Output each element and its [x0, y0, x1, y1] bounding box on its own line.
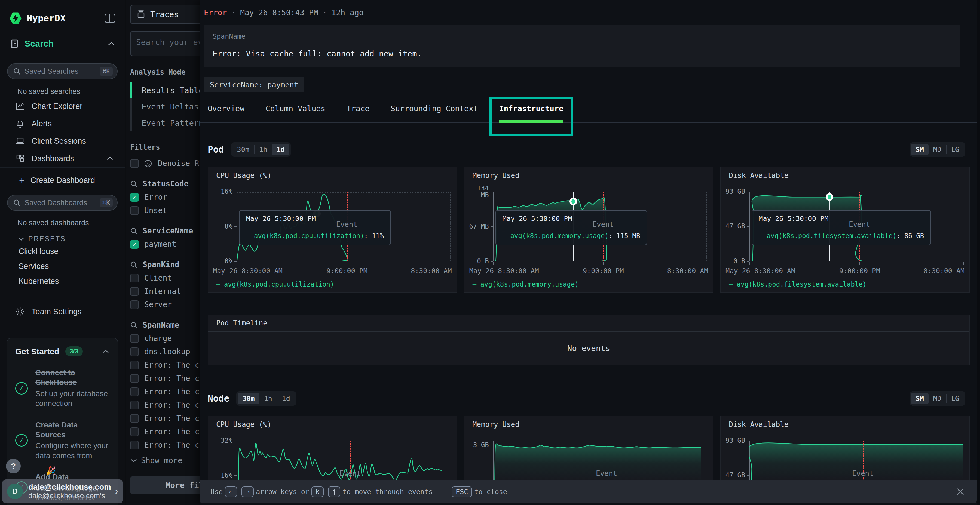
- close-icon[interactable]: [955, 486, 966, 497]
- tab-column-values[interactable]: Column Values: [266, 104, 325, 122]
- checkbox[interactable]: [130, 401, 139, 410]
- sidebar-item-client-sessions[interactable]: Client Sessions: [0, 132, 125, 150]
- sidebar-item-preset[interactable]: Services: [0, 259, 125, 274]
- sidebar-item-search[interactable]: Search: [0, 24, 125, 56]
- get-started-item-text: Create Data SourcesConfigure where your …: [35, 420, 110, 461]
- facet-value-label: dns.lookup: [144, 347, 190, 356]
- facet-value-row[interactable]: Error: The cr: [130, 440, 200, 449]
- pod-size-lg[interactable]: LG: [947, 144, 964, 156]
- sidebar-item-preset[interactable]: ClickHouse: [0, 244, 125, 259]
- checkbox[interactable]: [130, 206, 139, 215]
- get-started-item[interactable]: ✓Connect to ClickHouseSet up your databa…: [15, 368, 110, 409]
- facet-value-row[interactable]: Internal: [130, 287, 200, 296]
- analysis-mode-option[interactable]: Event Deltas: [132, 98, 200, 115]
- facet-value-label: Error: The cr: [144, 400, 200, 410]
- facet-value-row[interactable]: Error: The cr: [130, 427, 200, 436]
- pod-size-sm[interactable]: SM: [911, 144, 929, 156]
- arrow-left-key[interactable]: ←: [225, 486, 237, 497]
- chart-tooltip: May 26 5:30:00 PM— avg(k8s.pod.cpu.utili…: [239, 210, 391, 245]
- facet-value-row[interactable]: charge: [130, 334, 200, 343]
- tab-overview[interactable]: Overview: [208, 104, 245, 122]
- checkbox[interactable]: [130, 441, 139, 449]
- node-range-1d[interactable]: 1d: [277, 392, 295, 404]
- checkbox[interactable]: [130, 334, 139, 343]
- checkbox[interactable]: [130, 387, 139, 396]
- checkbox[interactable]: ✓: [130, 240, 139, 249]
- facet-value-row[interactable]: ✓Error: [130, 193, 200, 202]
- y-axis-labels: 3 GB1 GB: [468, 441, 490, 480]
- node-range-30m[interactable]: 30m: [238, 392, 259, 404]
- node-size-lg[interactable]: LG: [947, 392, 964, 404]
- checkbox[interactable]: [130, 274, 139, 283]
- chevron-up-icon[interactable]: [106, 156, 114, 160]
- checkbox[interactable]: [130, 348, 139, 356]
- facet-value-row[interactable]: Unset: [130, 206, 200, 215]
- source-select[interactable]: Traces: [130, 5, 200, 24]
- sidebar-item-team-settings[interactable]: Team Settings: [0, 303, 125, 320]
- event-search-input[interactable]: Search your ev: [130, 31, 200, 56]
- show-more-button[interactable]: Show more: [130, 456, 200, 465]
- node-size-sm[interactable]: SM: [911, 392, 929, 404]
- party-icon[interactable]: 🎉: [46, 466, 56, 475]
- denoise-label: Denoise Re: [158, 159, 200, 168]
- facet-value-row[interactable]: Error: The cr: [130, 400, 200, 410]
- facet-value-row[interactable]: Client: [130, 273, 200, 283]
- facet-value-row[interactable]: dns.lookup: [130, 347, 200, 356]
- y-tick-mark: [747, 192, 749, 192]
- facet-value-label: Unset: [144, 206, 167, 215]
- checkbox[interactable]: ✓: [130, 193, 139, 202]
- checkbox[interactable]: [130, 287, 139, 296]
- facet-value-row[interactable]: Error: The cr: [130, 414, 200, 423]
- denoise-toggle[interactable]: Denoise Re: [130, 159, 200, 168]
- saved-searches-input[interactable]: Saved Searches ⌘K: [7, 64, 118, 79]
- node-range-1h[interactable]: 1h: [259, 392, 277, 404]
- facet-value-row[interactable]: ✓payment: [130, 240, 200, 249]
- chevron-up-icon[interactable]: [107, 41, 115, 46]
- pod-range-1h[interactable]: 1h: [255, 144, 272, 156]
- checkbox[interactable]: [130, 361, 139, 370]
- arrow-right-key[interactable]: →: [242, 486, 254, 497]
- x-tick-label: 8:30:00 AM: [667, 267, 708, 275]
- checkbox[interactable]: [130, 159, 139, 168]
- service-name-chip[interactable]: ServiceName: payment: [204, 77, 304, 92]
- sidebar-item-dashboards[interactable]: Dashboards: [0, 150, 125, 167]
- user-profile-chip[interactable]: D dale@clickhouse.com dale@clickhouse.co…: [2, 480, 123, 503]
- analysis-mode-option[interactable]: Results Table: [132, 82, 200, 98]
- node-size-md[interactable]: MD: [929, 392, 946, 404]
- facet-value-row[interactable]: Error: The cr: [130, 387, 200, 396]
- sidebar-item-preset[interactable]: Kubernetes: [0, 274, 125, 289]
- tab-infrastructure[interactable]: Infrastructure: [499, 104, 563, 122]
- chevron-up-icon[interactable]: [102, 349, 110, 354]
- help-button[interactable]: ?: [6, 459, 21, 473]
- chart-title: CPU Usage (%): [208, 167, 457, 184]
- scrollbar[interactable]: [977, 0, 980, 505]
- pod-range-1d[interactable]: 1d: [272, 144, 290, 156]
- checkbox[interactable]: [130, 300, 139, 309]
- chart-title: Memory Used: [465, 167, 713, 184]
- checkbox[interactable]: [130, 427, 139, 436]
- tab-surrounding-context[interactable]: Surrounding Context: [391, 104, 478, 122]
- get-started-item[interactable]: ✓Create Data SourcesConfigure where your…: [15, 420, 110, 461]
- facet-value-row[interactable]: Server: [130, 300, 200, 309]
- marker-dot: [571, 199, 575, 204]
- collapse-sidebar-icon[interactable]: [105, 14, 115, 23]
- create-dashboard-button[interactable]: + Create Dashboard: [0, 173, 125, 188]
- analysis-mode-option[interactable]: Event Patterns: [132, 115, 200, 131]
- checkbox[interactable]: [130, 414, 139, 423]
- facet-value-row[interactable]: Error: The cr: [130, 360, 200, 370]
- checkbox[interactable]: [130, 374, 139, 383]
- pod-size-md[interactable]: MD: [929, 144, 946, 156]
- facet-value-row[interactable]: Error: The cr: [130, 374, 200, 383]
- j-key[interactable]: j: [328, 486, 340, 497]
- saved-dashboards-input[interactable]: Saved Dashboards ⌘K: [7, 195, 118, 211]
- tab-trace[interactable]: Trace: [347, 104, 369, 122]
- sidebar-item-alerts[interactable]: Alerts: [0, 115, 125, 132]
- sidebar-item-chart-explorer[interactable]: Chart Explorer: [0, 97, 125, 115]
- esc-key[interactable]: ESC: [452, 486, 472, 497]
- x-tick-label: May 26 8:30:00 AM: [469, 267, 539, 275]
- pod-range-30m[interactable]: 30m: [232, 144, 254, 156]
- presets-toggle[interactable]: PRESETS: [18, 235, 125, 243]
- separator: ·: [323, 8, 327, 17]
- k-key[interactable]: k: [312, 486, 324, 497]
- more-filters-button[interactable]: More fil: [130, 476, 200, 494]
